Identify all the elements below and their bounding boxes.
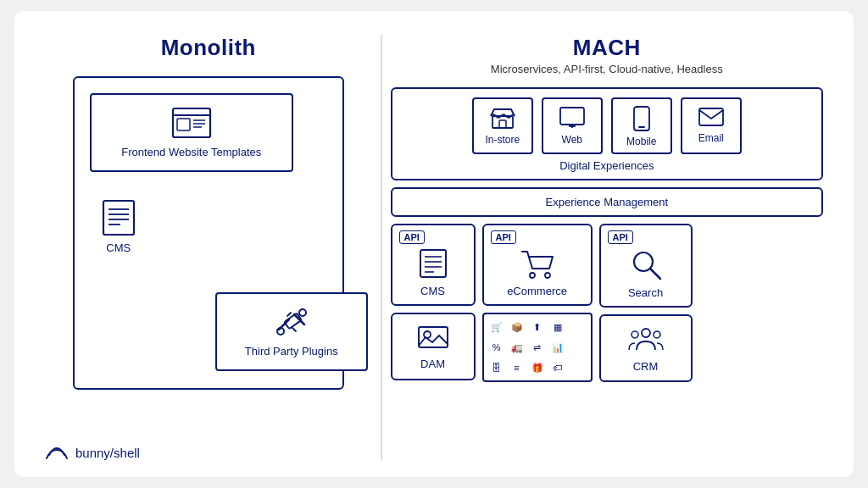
svg-point-15 xyxy=(299,309,306,316)
svg-point-38 xyxy=(632,331,638,338)
svg-rect-0 xyxy=(173,108,210,137)
dam-label: DAM xyxy=(420,358,445,370)
third-party-box: Third Party Plugins xyxy=(215,292,368,371)
svg-rect-20 xyxy=(560,108,584,125)
mobile-icon xyxy=(632,106,651,131)
svg-line-16 xyxy=(287,313,291,316)
email-label: Email xyxy=(698,132,724,144)
svg-rect-2 xyxy=(177,119,190,130)
web-label: Web xyxy=(562,134,582,146)
search-api-tag: API xyxy=(608,230,633,244)
mini-upload-icon: ⬆ xyxy=(528,318,547,336)
cms-api-box: API CMS xyxy=(391,224,476,306)
ecommerce-mini-grid: 🛒 📦 ⬆ ▦ % 🚛 ⇌ 📊 🗄 ≡ 🎁 🏷 xyxy=(482,313,593,382)
ecommerce-api-box: API eCommerce xyxy=(482,224,593,306)
svg-rect-25 xyxy=(699,108,723,125)
mach-grid: In-store Web xyxy=(391,87,823,382)
slide: Monolith Frontend Website Templates xyxy=(14,11,854,477)
mini-grid-icon: ▦ xyxy=(548,318,567,336)
svg-rect-19 xyxy=(499,120,506,128)
monolith-section: Monolith Frontend Website Templates xyxy=(45,35,372,460)
ecommerce-api-label: eCommerce xyxy=(507,285,567,297)
frontend-box: Frontend Website Templates xyxy=(90,93,293,172)
third-party-label: Third Party Plugins xyxy=(245,345,338,358)
mini-cart-icon: 🛒 xyxy=(487,318,506,336)
svg-point-37 xyxy=(642,329,650,337)
de-email: Email xyxy=(681,97,742,154)
frontend-label: Frontend Website Templates xyxy=(121,146,261,158)
search-icon xyxy=(630,248,662,280)
monolith-outer-box: Frontend Website Templates CMS xyxy=(73,76,344,390)
monitor-icon xyxy=(559,106,586,130)
ecommerce-api-tag: API xyxy=(491,230,516,244)
cms-row: CMS Third Party Plugins xyxy=(90,196,327,254)
dam-box: DAM xyxy=(391,313,476,380)
de-web: Web xyxy=(542,97,603,154)
logo-text: bunny/shell xyxy=(75,446,140,460)
cms-api-label: CMS xyxy=(420,285,445,297)
svg-rect-26 xyxy=(420,250,446,277)
crm-label: CRM xyxy=(633,360,659,373)
crm-icon xyxy=(628,324,664,353)
monolith-title: Monolith xyxy=(161,35,256,61)
svg-rect-31 xyxy=(419,327,448,347)
svg-line-17 xyxy=(292,328,296,331)
cms-label: CMS xyxy=(106,241,131,254)
ecommerce-icon xyxy=(520,248,554,279)
experience-management-label: Experience Management xyxy=(546,196,669,208)
mini-gift-icon: 🎁 xyxy=(528,358,547,377)
search-crm-col: API Search xyxy=(599,224,693,382)
de-mobile: Mobile xyxy=(611,97,672,154)
mach-title: MACH xyxy=(573,35,641,61)
mini-tag-icon: 🏷 xyxy=(548,358,567,377)
digital-experiences-box: In-store Web xyxy=(391,87,823,180)
frontend-icon xyxy=(171,107,212,139)
mach-section: MACH Microservices, API-first, Cloud-nat… xyxy=(391,35,823,460)
cms-area: CMS xyxy=(102,199,136,254)
experience-management-box: Experience Management xyxy=(391,187,823,217)
mini-chart-icon: 📊 xyxy=(548,338,567,357)
svg-point-39 xyxy=(654,331,660,338)
mach-subtitle: Microservices, API-first, Cloud-native, … xyxy=(491,63,723,75)
email-icon xyxy=(698,106,725,128)
mini-list-icon: ≡ xyxy=(508,358,526,377)
bottom-services-row: API CMS xyxy=(391,224,823,382)
svg-rect-6 xyxy=(103,201,134,235)
de-icons-row: In-store Web xyxy=(472,97,742,154)
plugin-icon xyxy=(272,306,311,338)
section-divider xyxy=(381,35,382,460)
svg-line-36 xyxy=(650,269,660,279)
crm-box: CRM xyxy=(599,314,693,382)
bunnyshell-logo-icon xyxy=(45,443,69,462)
digital-experiences-label: Digital Experiences xyxy=(559,159,654,172)
mini-percent-icon: % xyxy=(487,338,506,357)
instore-label: In-store xyxy=(485,134,520,146)
cms-dam-col: API CMS xyxy=(391,224,476,382)
mobile-label: Mobile xyxy=(626,136,656,147)
svg-point-33 xyxy=(530,273,535,278)
logo-area: bunny/shell xyxy=(45,443,140,462)
search-api-box: API Search xyxy=(599,224,693,308)
cms-api-icon xyxy=(419,248,448,279)
cms-icon xyxy=(102,199,136,236)
dam-icon xyxy=(417,324,449,351)
search-api-label: Search xyxy=(628,286,663,299)
store-icon xyxy=(489,106,516,130)
mini-box-icon: 📦 xyxy=(508,318,526,336)
de-instore: In-store xyxy=(472,97,533,154)
mini-share-icon: ⇌ xyxy=(528,338,547,357)
ecommerce-col: API eCommerce 🛒 📦 ⬆ ▦ xyxy=(482,224,593,382)
cms-api-tag: API xyxy=(399,230,425,244)
svg-point-34 xyxy=(545,273,550,278)
mini-truck-icon: 🚛 xyxy=(508,338,526,357)
mini-db-icon: 🗄 xyxy=(487,358,506,377)
